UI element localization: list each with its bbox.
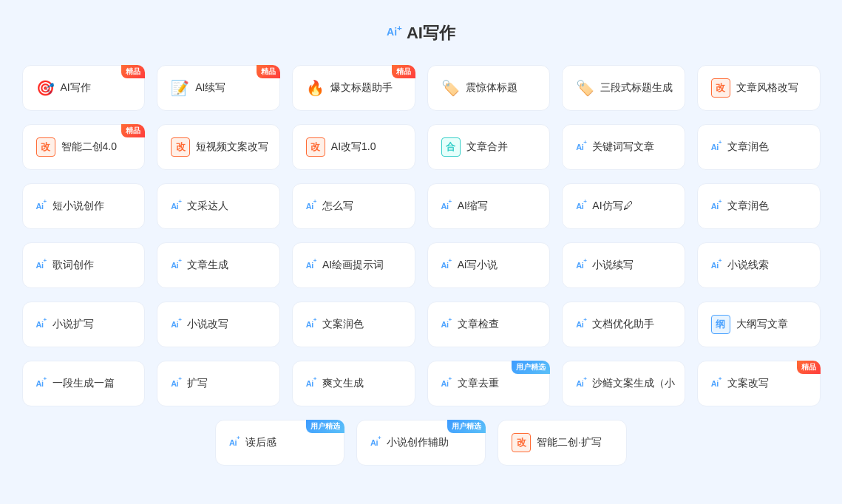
card-smart-recreate[interactable]: 精品改智能二创4.0 bbox=[22, 124, 146, 170]
label-article-check: 文章检查 bbox=[458, 318, 499, 331]
card-copy-rewrite[interactable]: 精品Ai+文案改写 bbox=[697, 361, 821, 406]
ai-prefix-article-generate: Ai+ bbox=[171, 259, 181, 270]
card-novel-expand[interactable]: Ai+小说扩写 bbox=[22, 302, 146, 347]
ai-prefix-read-review: Ai+ bbox=[229, 437, 240, 447]
card-ai-writing[interactable]: 精品🎯AI写作 bbox=[22, 65, 146, 111]
card-writing-talent[interactable]: Ai+文采达人 bbox=[157, 183, 280, 229]
card-smart-recreate2[interactable]: 改智能二创·扩写 bbox=[498, 420, 627, 466]
label-explode-title: 爆文标题助手 bbox=[330, 81, 393, 95]
card-article-polish2[interactable]: Ai+文章润色 bbox=[697, 183, 821, 229]
card-ai-summarize[interactable]: Ai+AI缩写 bbox=[427, 183, 551, 229]
label-novel-assist: 小说创作辅助 bbox=[387, 436, 449, 449]
card-ai-write-novel[interactable]: Ai+Ai写小说 bbox=[427, 242, 551, 288]
card-article-style[interactable]: 改文章风格改写 bbox=[697, 65, 821, 111]
ai-prefix-shalei-copy: Ai+ bbox=[576, 378, 586, 388]
icon-three-title: 🏷️ bbox=[576, 79, 594, 97]
label-ai-imitate: AI仿写🖊 bbox=[592, 200, 633, 213]
ai-prefix-novel-expand: Ai+ bbox=[36, 319, 47, 329]
ai-prefix-expand-write: Ai+ bbox=[171, 378, 181, 388]
label-article-dedup: 文章去重 bbox=[458, 377, 499, 390]
label-article-style: 文章风格改写 bbox=[736, 81, 798, 95]
label-short-novel: 短小说创作 bbox=[52, 200, 104, 213]
icon-article-merge: 合 bbox=[441, 137, 461, 157]
grid-container: 精品🎯AI写作精品📝AI续写精品🔥爆文标题助手🏷️震惊体标题🏷️三段式标题生成改… bbox=[22, 65, 821, 466]
card-short-novel[interactable]: Ai+短小说创作 bbox=[22, 183, 146, 229]
card-outline-write[interactable]: 纲大纲写文章 bbox=[697, 302, 821, 347]
card-novel-rewrite[interactable]: Ai+小说改写 bbox=[157, 302, 280, 347]
label-article-merge: 文章合并 bbox=[466, 140, 508, 154]
icon-short-video: 改 bbox=[171, 137, 190, 157]
card-keyword-write[interactable]: Ai+关键词写文章 bbox=[562, 124, 685, 170]
ai-prefix-one-para-gen: Ai+ bbox=[36, 378, 47, 388]
grid-row-3: Ai+歌词创作Ai+文章生成Ai+AI绘画提示词Ai+Ai写小说Ai+小说续写A… bbox=[22, 242, 821, 288]
label-爽文-generate: 爽文生成 bbox=[322, 377, 364, 390]
card-explode-title[interactable]: 精品🔥爆文标题助手 bbox=[292, 65, 415, 111]
card-doc-optimize[interactable]: Ai+文档优化助手 bbox=[562, 302, 685, 347]
label-short-video: 短视频文案改写 bbox=[196, 140, 268, 154]
grid-row-0: 精品🎯AI写作精品📝AI续写精品🔥爆文标题助手🏷️震惊体标题🏷️三段式标题生成改… bbox=[22, 65, 821, 111]
card-ai-continue[interactable]: 精品📝AI续写 bbox=[157, 65, 280, 111]
card-article-generate[interactable]: Ai+文章生成 bbox=[157, 242, 280, 288]
card-novel-continue[interactable]: Ai+小说续写 bbox=[562, 242, 685, 288]
ai-prefix-doc-optimize: Ai+ bbox=[576, 319, 586, 329]
card-lyrics-create[interactable]: Ai+歌词创作 bbox=[22, 242, 146, 288]
grid-row-2: Ai+短小说创作Ai+文采达人Ai+怎么写Ai+AI缩写Ai+AI仿写🖊Ai+文… bbox=[22, 183, 821, 229]
label-ai-continue: AI续写 bbox=[195, 81, 225, 95]
label-article-polish1: 文章润色 bbox=[727, 140, 769, 154]
label-expand-write: 扩写 bbox=[187, 377, 208, 390]
card-shocking-title[interactable]: 🏷️震惊体标题 bbox=[427, 65, 551, 111]
card-article-merge[interactable]: 合文章合并 bbox=[427, 124, 551, 170]
icon-ai-continue: 📝 bbox=[171, 79, 189, 97]
label-novel-clue: 小说线索 bbox=[727, 259, 769, 272]
label-ai-write-novel: Ai写小说 bbox=[458, 259, 498, 272]
icon-smart-recreate: 改 bbox=[36, 137, 55, 157]
title-ai-prefix: Ai+ bbox=[387, 23, 402, 38]
card-novel-clue[interactable]: Ai+小说线索 bbox=[697, 242, 821, 288]
card-copy-polish[interactable]: Ai+文案润色 bbox=[292, 302, 415, 347]
card-one-para-gen[interactable]: Ai+一段生成一篇 bbox=[22, 361, 146, 406]
card-expand-write[interactable]: Ai+扩写 bbox=[157, 361, 280, 406]
card-ai-imitate[interactable]: Ai+AI仿写🖊 bbox=[562, 183, 685, 229]
card-article-check[interactable]: Ai+文章检查 bbox=[427, 302, 551, 347]
label-ai-draw-prompt: AI绘画提示词 bbox=[322, 259, 384, 272]
ai-prefix-keyword-write: Ai+ bbox=[576, 141, 586, 151]
label-doc-optimize: 文档优化助手 bbox=[592, 318, 654, 331]
icon-smart-recreate2: 改 bbox=[512, 433, 531, 452]
card-ai-draw-prompt[interactable]: Ai+AI绘画提示词 bbox=[292, 242, 415, 288]
card-ai-rewrite[interactable]: 改AI改写1.0 bbox=[292, 124, 415, 170]
card-how-to-write[interactable]: Ai+怎么写 bbox=[292, 183, 415, 229]
label-ai-summarize: AI缩写 bbox=[458, 200, 488, 213]
grid-row-5: Ai+一段生成一篇Ai+扩写Ai+爽文生成用户精选Ai+文章去重Ai+沙鲢文案生… bbox=[22, 361, 821, 406]
ai-prefix-article-dedup: Ai+ bbox=[441, 378, 452, 388]
ai-prefix-爽文-generate: Ai+ bbox=[306, 378, 316, 388]
ai-prefix-novel-rewrite: Ai+ bbox=[171, 319, 181, 329]
ai-prefix-lyrics-create: Ai+ bbox=[36, 259, 47, 270]
ai-prefix-how-to-write: Ai+ bbox=[306, 200, 316, 211]
ai-prefix-ai-write-novel: Ai+ bbox=[441, 259, 452, 270]
card-article-dedup[interactable]: 用户精选Ai+文章去重 bbox=[427, 361, 551, 406]
page-title: Ai+ AI写作 bbox=[387, 22, 455, 44]
label-read-review: 读后感 bbox=[245, 436, 276, 449]
card-shalei-copy[interactable]: Ai+沙鲢文案生成（小 bbox=[562, 361, 685, 406]
icon-explode-title: 🔥 bbox=[306, 79, 325, 97]
card-read-review[interactable]: 用户精选Ai+读后感 bbox=[215, 420, 344, 466]
icon-ai-rewrite: 改 bbox=[306, 137, 325, 157]
badge-novel-assist: 用户精选 bbox=[447, 420, 486, 433]
card-three-title[interactable]: 🏷️三段式标题生成 bbox=[562, 65, 685, 111]
badge-read-review: 用户精选 bbox=[306, 420, 344, 433]
card-article-polish1[interactable]: Ai+文章润色 bbox=[697, 124, 821, 170]
label-smart-recreate2: 智能二创·扩写 bbox=[537, 436, 602, 449]
card-short-video[interactable]: 改短视频文案改写 bbox=[157, 124, 280, 170]
label-copy-rewrite: 文案改写 bbox=[727, 377, 769, 390]
label-ai-writing: AI写作 bbox=[61, 81, 91, 95]
grid-row-1: 精品改智能二创4.0改短视频文案改写改AI改写1.0合文章合并Ai+关键词写文章… bbox=[22, 124, 821, 170]
label-keyword-write: 关键词写文章 bbox=[592, 140, 654, 154]
icon-shocking-title: 🏷️ bbox=[441, 79, 460, 97]
label-novel-rewrite: 小说改写 bbox=[187, 318, 228, 331]
card-novel-assist[interactable]: 用户精选Ai+小说创作辅助 bbox=[356, 420, 486, 466]
ai-prefix-ai-imitate: Ai+ bbox=[576, 200, 586, 211]
label-shalei-copy: 沙鲢文案生成（小 bbox=[592, 377, 675, 390]
ai-prefix-article-polish1: Ai+ bbox=[711, 141, 722, 151]
grid-row-6: 用户精选Ai+读后感用户精选Ai+小说创作辅助改智能二创·扩写 bbox=[22, 420, 821, 466]
card-爽文-generate[interactable]: Ai+爽文生成 bbox=[292, 361, 415, 406]
